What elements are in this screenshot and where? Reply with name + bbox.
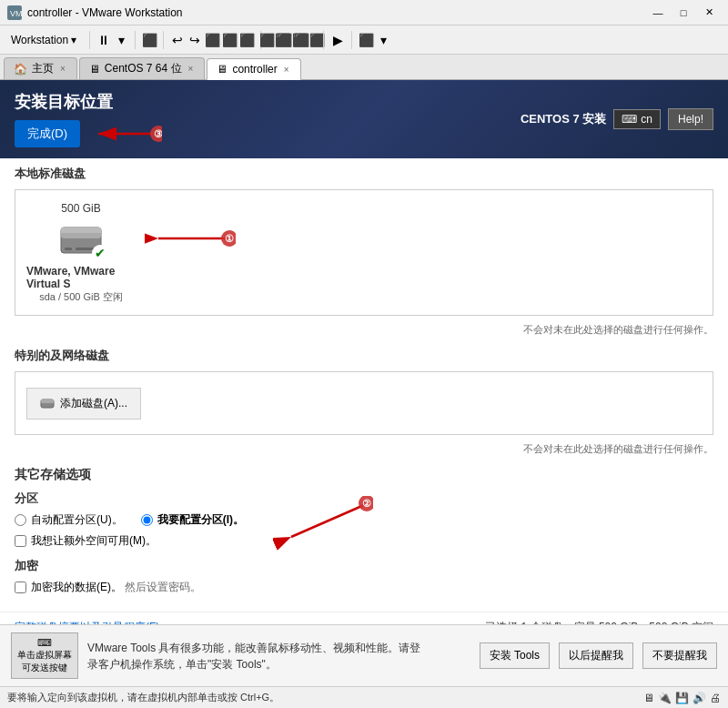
tab-centos-label: CentOS 7 64 位 <box>105 61 182 76</box>
toolbar-group-6: ⬛ ▾ <box>358 32 391 48</box>
annotation-1: ① <box>145 220 236 259</box>
keyboard-capture-box[interactable]: ⌨ 单击虚拟屏幕 可发送按键 <box>11 632 78 679</box>
disk-item[interactable]: 500 GiB ✔ VMware, VMware Virtual <box>26 202 136 304</box>
tab-home-close[interactable]: × <box>58 63 67 75</box>
svg-point-13 <box>221 230 236 247</box>
back-icon[interactable]: ↩ <box>169 32 186 48</box>
help-button[interactable]: Help! <box>668 108 713 130</box>
add-disk-icon <box>40 396 55 410</box>
add-disk-button[interactable]: 添加磁盘(A)... <box>26 388 141 420</box>
tab-controller-icon: 🖥 <box>217 63 228 76</box>
svg-text:VM: VM <box>10 9 22 18</box>
minimize-button[interactable]: — <box>646 5 670 21</box>
svg-text:③: ③ <box>154 128 162 139</box>
menu-separator-3 <box>163 31 164 49</box>
install-title: 安装目标位置 <box>15 91 162 113</box>
encrypt-label: 加密我的数据(E)。 然后设置密码。 <box>31 580 201 595</box>
toolbar-group-2: ⬛ <box>141 32 157 48</box>
tab-centos-close[interactable]: × <box>187 63 196 75</box>
toolbar-group-3: ↩ ↪ ⬛ ⬛ ⬛ <box>169 32 255 48</box>
vm-icon-3[interactable]: ⬛ <box>221 32 238 48</box>
status-icon-4[interactable]: 🔊 <box>693 692 706 704</box>
manual-partition-radio[interactable] <box>141 514 153 526</box>
content-wrapper: 安装目标位置 完成(D) <box>0 80 728 708</box>
status-icon-2[interactable]: 🔌 <box>658 692 672 704</box>
menu-separator-2 <box>135 31 136 49</box>
vm-icon-8-dropdown[interactable]: ▾ <box>375 32 391 48</box>
local-disk-box: 500 GiB ✔ VMware, VMware Virtual <box>15 189 713 316</box>
bottom-link-bar: 完整磁盘摘要以及引导程序(F)... 已选择 1 个磁盘；容量 500 GiB；… <box>0 612 728 624</box>
tab-centos-icon: 🖥 <box>89 63 100 76</box>
add-disk-label: 添加磁盘(A)... <box>60 396 127 411</box>
pause-dropdown-icon[interactable]: ▾ <box>113 32 129 48</box>
vm-icon-7[interactable]: ⬛⬛ <box>301 32 318 48</box>
workstation-menu[interactable]: Workstation ▾ <box>4 30 84 50</box>
menu-separator-1 <box>89 31 90 49</box>
manual-partition-label: 我要配置分区(I)。 <box>157 512 244 528</box>
remind-later-button[interactable]: 以后提醒我 <box>559 642 633 669</box>
other-storage: 其它存储选项 分区 自动配置分区(U)。 我要配置分区(I)。 我想让额外空间可… <box>0 460 728 612</box>
status-message: 要将输入定向到该虚拟机，请在虚拟机内部单击或按 Ctrl+G。 <box>7 691 279 704</box>
svg-rect-8 <box>61 228 101 233</box>
vm-icon-8[interactable]: ⬛ <box>358 32 374 48</box>
encrypt-section: 加密 加密我的数据(E)。 然后设置密码。 <box>15 558 713 595</box>
tab-controller-close[interactable]: × <box>282 64 291 76</box>
status-bar-right: 🖥 🔌 💾 🔊 🖨 <box>643 692 721 704</box>
extra-space-label: 我想让额外空间可用(M)。 <box>31 533 157 549</box>
close-button[interactable]: ✕ <box>697 5 721 21</box>
status-bar: 要将输入定向到该虚拟机，请在虚拟机内部单击或按 Ctrl+G。 🖥 🔌 💾 🔊 … <box>0 686 728 708</box>
auto-partition-label: 自动配置分区(U)。 <box>31 512 123 528</box>
play-icon[interactable]: ▶ <box>329 32 346 48</box>
install-tools-button[interactable]: 安装 Tools <box>480 642 550 669</box>
auto-partition-option[interactable]: 自动配置分区(U)。 <box>15 512 123 528</box>
extra-space-option[interactable]: 我想让额外空间可用(M)。 <box>15 533 713 549</box>
vm-icon-4[interactable]: ⬛ <box>238 32 255 48</box>
disk-name: VMware, VMware Virtual S <box>26 265 136 290</box>
maximize-button[interactable]: □ <box>672 5 695 21</box>
radio-group: 自动配置分区(U)。 我要配置分区(I)。 <box>15 512 713 528</box>
status-icon-1[interactable]: 🖥 <box>643 692 654 704</box>
centos-title: CENTOS 7 安装 <box>521 111 606 127</box>
tabs-bar: 🏠 主页 × 🖥 CentOS 7 64 位 × 🖥 controller × <box>0 55 728 80</box>
install-header-right: CENTOS 7 安装 ⌨ cn Help! <box>521 108 713 130</box>
toolbar-group-1: ⏸ ▾ <box>96 32 129 48</box>
tab-centos[interactable]: 🖥 CentOS 7 64 位 × <box>79 57 206 79</box>
status-icon-3[interactable]: 💾 <box>675 692 689 704</box>
keyboard-capture-label: 单击虚拟屏幕 可发送按键 <box>17 649 72 674</box>
tab-controller[interactable]: 🖥 controller × <box>207 58 300 80</box>
extra-space-checkbox[interactable] <box>15 535 26 547</box>
encrypt-title: 加密 <box>15 558 713 574</box>
menu-bar: Workstation ▾ ⏸ ▾ ⬛ ↩ ↪ ⬛ ⬛ ⬛ ⬛⬛ ⬛⬛ ⬛⬛ ▶ <box>0 25 728 55</box>
keyboard-label: cn <box>641 113 652 126</box>
encrypt-option[interactable]: 加密我的数据(E)。 然后设置密码。 <box>15 580 713 595</box>
auto-partition-radio[interactable] <box>15 514 26 526</box>
manual-partition-option[interactable]: 我要配置分区(I)。 <box>141 512 244 528</box>
title-bar-text: controller - VMware Workstation <box>27 6 183 19</box>
partition-title: 分区 <box>15 491 713 507</box>
vm-icon-1[interactable]: ⬛ <box>141 32 157 48</box>
vmware-tools-message: VMware Tools 具有很多功能，能改善鼠标移动性、视频和性能。请登 录客… <box>87 640 470 673</box>
disk-size-label: 500 GiB <box>61 202 100 215</box>
vm-icon-2[interactable]: ⬛ <box>204 32 220 48</box>
forward-icon[interactable]: ↪ <box>187 32 203 48</box>
local-disk-title: 本地标准磁盘 <box>0 158 728 186</box>
install-header: 安装目标位置 完成(D) <box>0 80 728 158</box>
vmware-icon: VM <box>7 5 22 20</box>
arrow-3: ③ <box>89 120 162 147</box>
tab-home-label: 主页 <box>32 61 54 76</box>
title-bar: VM controller - VMware Workstation — □ ✕ <box>0 0 728 25</box>
svg-rect-16 <box>41 400 54 403</box>
status-icon-5[interactable]: 🖨 <box>710 692 721 704</box>
other-storage-title: 其它存储选项 <box>15 467 713 483</box>
pause-icon[interactable]: ⏸ <box>96 32 112 48</box>
menu-separator-5 <box>323 31 324 49</box>
keyboard-indicator[interactable]: ⌨ cn <box>613 109 661 129</box>
install-header-left: 安装目标位置 完成(D) <box>15 91 162 147</box>
done-button[interactable]: 完成(D) <box>15 120 80 147</box>
never-remind-button[interactable]: 不要提醒我 <box>642 642 717 669</box>
svg-rect-9 <box>65 248 72 250</box>
tab-home[interactable]: 🏠 主页 × <box>4 57 77 79</box>
keyboard-capture-icon: ⌨ <box>37 637 52 649</box>
done-button-label: 完成(D) <box>27 126 67 142</box>
encrypt-checkbox[interactable] <box>15 582 26 593</box>
